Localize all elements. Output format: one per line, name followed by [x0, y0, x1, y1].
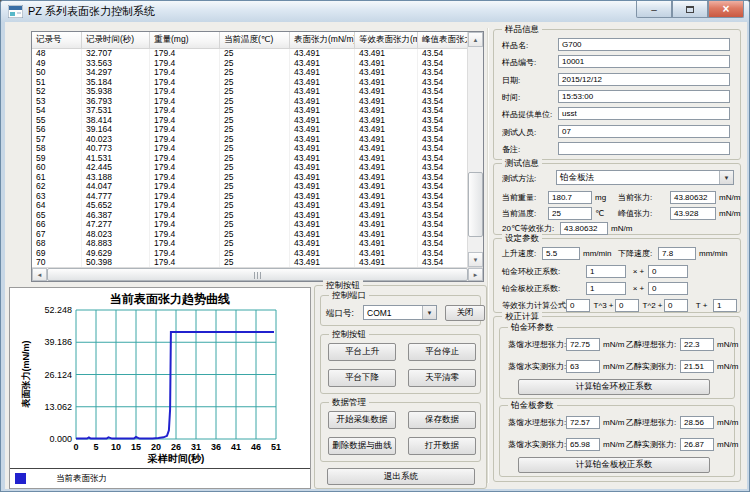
column-header[interactable]: 等效表面张力(mN/.. — [355, 32, 418, 49]
formula-input[interactable]: 0 — [615, 299, 639, 312]
data-management-legend: 数据管理 — [329, 397, 369, 408]
table-row[interactable]: 5740.023179.42543.49143.49143.54 — [32, 135, 469, 145]
scroll-left-button[interactable]: ◄ — [32, 268, 47, 281]
sample-field-input[interactable]: 10001 — [558, 55, 730, 68]
sample-field-input[interactable]: 07 — [558, 125, 730, 138]
calculate-coefficient-button[interactable]: 计算铂金板校正系数 — [518, 457, 710, 473]
field-input[interactable]: 26.87 — [680, 438, 714, 451]
field-input[interactable]: 180.7 — [548, 191, 592, 204]
field-input[interactable]: 43.80632 — [670, 191, 716, 204]
motion-button[interactable]: 平台下降 — [328, 369, 396, 387]
table-cell: 43.491 — [355, 182, 418, 192]
close-button[interactable]: × — [708, 1, 744, 18]
table-row[interactable]: 5840.773179.42543.49143.49143.54 — [32, 144, 469, 154]
coefficient-input-b[interactable]: 0 — [648, 265, 688, 278]
table-cell: 179.4 — [150, 163, 220, 173]
table-row[interactable]: 5941.531179.42543.49143.49143.54 — [32, 154, 469, 164]
table-row[interactable]: 5336.793179.42543.49143.49143.54 — [32, 97, 469, 107]
minimize-icon: – — [651, 4, 657, 15]
chevron-down-icon: ▼ — [422, 306, 436, 319]
sample-field-input[interactable]: G700 — [558, 38, 730, 51]
motion-button[interactable]: 天平清零 — [408, 369, 476, 387]
sample-field-input[interactable]: usst — [558, 107, 730, 120]
table-row[interactable]: 6344.777179.42543.49143.49143.54 — [32, 192, 469, 202]
horizontal-scroll-thumb[interactable] — [47, 268, 468, 281]
field-input[interactable]: 5.5 — [542, 247, 580, 260]
maximize-button[interactable] — [672, 1, 708, 18]
formula-input[interactable]: 0 — [566, 299, 590, 312]
table-cell: 179.4 — [150, 135, 220, 145]
minimize-button[interactable]: – — [636, 1, 672, 18]
table-row[interactable]: 5235.938179.42543.49143.49143.54 — [32, 87, 469, 97]
table-row[interactable]: 5034.297179.42543.49143.49143.54 — [32, 68, 469, 78]
table-row[interactable]: 6848.883179.42543.49143.49143.54 — [32, 239, 469, 249]
field-input[interactable]: 72.57 — [566, 416, 600, 429]
method-select[interactable]: 铂金板法 ▼ — [556, 170, 734, 185]
table-row[interactable]: 4832.707179.42543.49143.49143.54 — [32, 49, 469, 59]
coefficient-input-a[interactable]: 1 — [586, 282, 626, 295]
data-button[interactable]: 保存数据 — [408, 411, 476, 429]
coefficient-input-b[interactable]: 0 — [648, 282, 688, 295]
column-header[interactable]: 记录时间(秒) — [82, 32, 150, 49]
column-header[interactable]: 峰值表面张力(m — [418, 32, 469, 49]
column-header[interactable]: 表面张力(mN/m) — [290, 32, 355, 49]
table-row[interactable]: 6244.047179.42543.49143.49143.54 — [32, 182, 469, 192]
exit-system-button[interactable]: 退出系统 — [327, 468, 475, 485]
data-button[interactable]: 开始采集数据 — [328, 411, 396, 429]
table-cell: 43.491 — [355, 154, 418, 164]
formula-input[interactable]: 0 — [664, 299, 688, 312]
table-row[interactable]: 6748.023179.42543.49143.49143.54 — [32, 230, 469, 240]
table-row[interactable]: 5437.531179.42543.49143.49143.54 — [32, 106, 469, 116]
field-input[interactable]: 43.928 — [670, 207, 716, 220]
field-input[interactable]: 21.51 — [680, 360, 714, 373]
table-row[interactable]: 6143.188179.42543.49143.49143.54 — [32, 173, 469, 183]
field-input[interactable]: 72.75 — [566, 338, 600, 351]
data-button[interactable]: 删除数据与曲线 — [328, 437, 396, 455]
table-row[interactable]: 6949.629179.42543.49143.49143.54 — [32, 249, 469, 259]
table-row[interactable]: 6445.652179.42543.49143.49143.54 — [32, 201, 469, 211]
table-row[interactable]: 4933.563179.42543.49143.49143.54 — [32, 59, 469, 69]
scroll-down-button[interactable]: ▼ — [468, 252, 483, 267]
window-controls: – × — [636, 1, 744, 18]
table-cell: 179.4 — [150, 87, 220, 97]
field-input[interactable]: 7.8 — [658, 247, 696, 260]
records-table[interactable]: 记录号记录时间(秒)重量(mg)当前温度(℃)表面张力(mN/m)等效表面张力(… — [31, 31, 484, 282]
motion-button[interactable]: 平台上升 — [328, 343, 396, 361]
field-input[interactable]: 22.3 — [680, 338, 714, 351]
coefficient-input-a[interactable]: 1 — [586, 265, 626, 278]
port-select[interactable]: COM1 ▼ — [363, 305, 437, 320]
field-input[interactable]: 25 — [548, 207, 592, 220]
table-row[interactable]: 5639.164179.42543.49143.49143.54 — [32, 125, 469, 135]
table-cell: 179.4 — [150, 192, 220, 202]
sample-field-input[interactable]: 2015/12/12 — [558, 73, 730, 86]
column-header[interactable]: 当前温度(℃) — [220, 32, 290, 49]
table-row[interactable]: 6546.387179.42543.49143.49143.54 — [32, 211, 469, 221]
column-header[interactable]: 重量(mg) — [150, 32, 220, 49]
table-cell: 43.54 — [418, 106, 469, 116]
horizontal-scrollbar[interactable]: ◄ ► — [32, 267, 483, 281]
calibration-subgroup-legend: 铂金环参数 — [508, 322, 557, 333]
vertical-scroll-thumb[interactable] — [468, 172, 483, 237]
table-row[interactable]: 5135.184179.42543.49143.49143.54 — [32, 78, 469, 88]
scroll-up-button[interactable]: ▲ — [468, 32, 483, 47]
motion-button[interactable]: 平台停止 — [408, 343, 476, 361]
table-cell: 62 — [32, 182, 82, 192]
table-row[interactable]: 5538.414179.42543.49143.49143.54 — [32, 116, 469, 126]
close-port-button[interactable]: 关闭 — [445, 305, 485, 321]
formula-input[interactable]: 1 — [713, 299, 737, 312]
table-row[interactable]: 6042.445179.42543.49143.49143.54 — [32, 163, 469, 173]
scroll-right-button[interactable]: ► — [468, 268, 483, 281]
field-input[interactable]: 43.80632 — [560, 222, 608, 235]
calculate-coefficient-button[interactable]: 计算铂金环校正系数 — [518, 379, 710, 395]
table-row[interactable]: 6647.277179.42543.49143.49143.54 — [32, 220, 469, 230]
sample-field-input[interactable]: 15:53:00 — [558, 90, 730, 103]
sample-field-input[interactable] — [558, 142, 730, 155]
data-button[interactable]: 打开数据 — [408, 437, 476, 455]
titlebar[interactable]: PZ 系列表面张力控制系统 – × — [1, 1, 749, 22]
field-input[interactable]: 65.98 — [566, 438, 600, 451]
port-group: 控制端口 端口号: COM1 ▼ 关闭 — [320, 295, 481, 326]
vertical-scrollbar[interactable]: ▲ ▼ — [467, 32, 483, 267]
column-header[interactable]: 记录号 — [32, 32, 82, 49]
field-input[interactable]: 28.56 — [680, 416, 714, 429]
field-input[interactable]: 63 — [566, 360, 600, 373]
